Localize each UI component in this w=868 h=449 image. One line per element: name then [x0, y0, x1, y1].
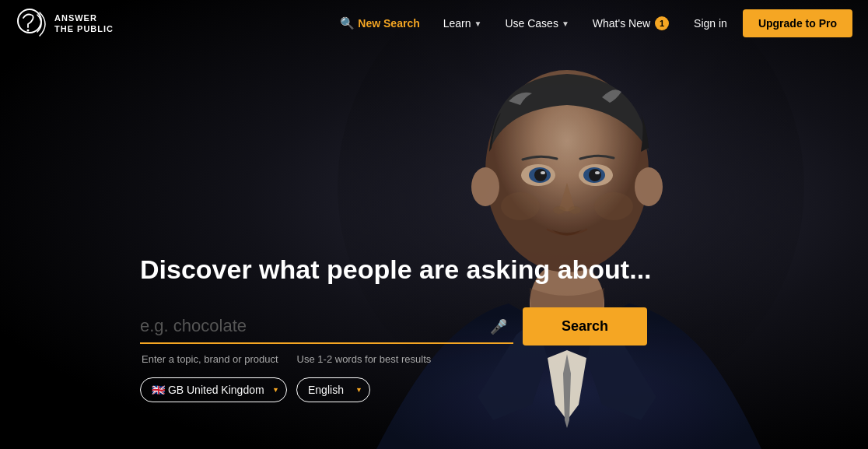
search-row: 🎤 Search	[140, 307, 868, 346]
search-input[interactable]	[140, 310, 513, 344]
logo-icon	[16, 7, 48, 40]
learn-chevron-icon: ▼	[474, 19, 482, 28]
country-select[interactable]: 🇬🇧 GB United Kingdom 🇺🇸 US United States…	[140, 377, 287, 402]
navbar: ANSWERTHE PUBLIC 🔍 New Search Learn ▼ Us…	[0, 0, 868, 47]
svg-point-18	[27, 30, 30, 32]
whats-new-badge: 1	[655, 16, 669, 30]
use-cases-chevron-icon: ▼	[562, 19, 569, 28]
search-icon: 🔍	[340, 16, 355, 30]
hero-title: Discover what people are asking about...	[140, 254, 868, 286]
svg-point-14	[594, 192, 633, 220]
search-button[interactable]: Search	[523, 307, 647, 346]
new-search-label: New Search	[358, 17, 419, 30]
svg-point-6	[541, 171, 545, 174]
language-select-wrapper: English French German Spanish	[296, 377, 370, 402]
use-cases-link[interactable]: Use Cases ▼	[495, 11, 578, 36]
selects-row: 🇬🇧 GB United Kingdom 🇺🇸 US United States…	[140, 377, 868, 402]
use-cases-label: Use Cases	[505, 17, 558, 30]
nav-links: 🔍 New Search Learn ▼ Use Cases ▼ What's …	[331, 9, 852, 37]
hint-topic: Enter a topic, brand or product	[142, 353, 278, 365]
learn-label: Learn	[443, 17, 471, 30]
learn-link[interactable]: Learn ▼	[434, 11, 492, 36]
search-input-wrapper: 🎤	[140, 310, 513, 344]
search-hints: Enter a topic, brand or product Use 1-2 …	[140, 353, 868, 365]
language-select[interactable]: English French German Spanish	[296, 377, 370, 402]
hero-content: Discover what people are asking about...…	[0, 254, 868, 402]
svg-point-13	[501, 192, 540, 220]
logo[interactable]: ANSWERTHE PUBLIC	[16, 7, 114, 40]
hint-words: Use 1-2 words for best results	[297, 353, 432, 365]
svg-point-16	[635, 167, 663, 206]
svg-point-12	[569, 206, 581, 214]
svg-point-5	[534, 169, 547, 181]
svg-point-15	[471, 167, 499, 206]
svg-point-11	[553, 206, 565, 214]
country-select-wrapper: 🇬🇧 GB United Kingdom 🇺🇸 US United States…	[140, 377, 287, 402]
svg-point-17	[18, 9, 41, 33]
logo-text: ANSWERTHE PUBLIC	[54, 12, 114, 35]
whats-new-link[interactable]: What's New 1	[583, 10, 678, 37]
new-search-link[interactable]: 🔍 New Search	[331, 10, 429, 37]
svg-point-9	[589, 169, 601, 181]
whats-new-label: What's New	[593, 17, 650, 30]
svg-point-10	[595, 171, 600, 174]
sign-in-button[interactable]: Sign in	[683, 11, 738, 36]
upgrade-button[interactable]: Upgrade to Pro	[743, 9, 852, 37]
mic-icon[interactable]: 🎤	[490, 318, 507, 335]
